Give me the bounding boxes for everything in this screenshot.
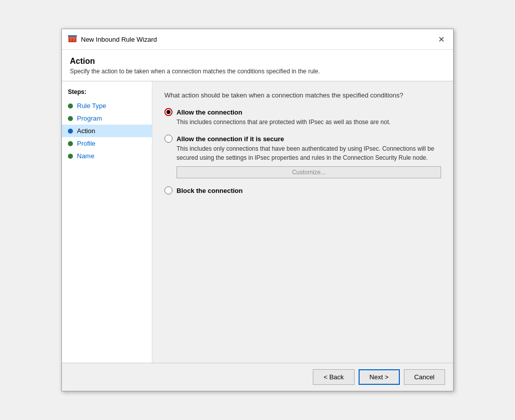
- option-block: Block the connection: [164, 186, 441, 194]
- sidebar-link-name[interactable]: Name: [77, 152, 95, 160]
- option-allow-secure-title: Allow the connection if it is secure: [177, 135, 284, 143]
- option-allow-desc: This includes connections that are prote…: [177, 118, 441, 127]
- step-dot-rule-type: [68, 103, 73, 109]
- title-bar-left: New Inbound Rule Wizard: [68, 35, 157, 44]
- option-allow-row: Allow the connection: [164, 108, 441, 116]
- sidebar-item-profile[interactable]: Profile: [62, 137, 152, 150]
- option-allow-secure: Allow the connection if it is secure Thi…: [164, 135, 441, 178]
- option-block-radio[interactable]: [164, 186, 173, 194]
- step-dot-action: [68, 129, 73, 134]
- sidebar-label-action: Action: [77, 127, 95, 135]
- step-dot-profile: [68, 141, 73, 146]
- option-allow: Allow the connection This includes conne…: [164, 108, 441, 127]
- footer: < Back Next > Cancel: [62, 363, 453, 391]
- sidebar-item-program[interactable]: Program: [62, 112, 152, 125]
- option-allow-title: Allow the connection: [177, 109, 242, 116]
- step-dot-name: [68, 154, 73, 159]
- main-content: What action should be taken when a conne…: [152, 81, 453, 363]
- option-allow-radio-wrapper[interactable]: [164, 108, 173, 116]
- option-allow-secure-desc: This includes only connections that have…: [177, 144, 441, 162]
- header-section: Action Specify the action to be taken wh…: [62, 50, 453, 81]
- cancel-button[interactable]: Cancel: [404, 369, 445, 385]
- sidebar-title: Steps:: [62, 88, 152, 99]
- question-text: What action should be taken when a conne…: [164, 91, 441, 99]
- sidebar-item-rule-type[interactable]: Rule Type: [62, 99, 152, 112]
- sidebar-link-program[interactable]: Program: [77, 115, 102, 122]
- sidebar-link-rule-type[interactable]: Rule Type: [77, 102, 106, 110]
- option-allow-secure-radio[interactable]: [164, 135, 173, 143]
- wizard-window: New Inbound Rule Wizard ✕ Action Specify…: [61, 29, 454, 391]
- sidebar: Steps: Rule Type Program Action Profile …: [62, 81, 152, 363]
- window-title: New Inbound Rule Wizard: [81, 36, 157, 43]
- option-allow-secure-row: Allow the connection if it is secure: [164, 135, 441, 143]
- sidebar-link-profile[interactable]: Profile: [77, 140, 96, 147]
- step-dot-program: [68, 116, 73, 121]
- svg-rect-3: [69, 37, 75, 39]
- page-title: Action: [70, 57, 445, 66]
- option-block-row: Block the connection: [164, 186, 441, 194]
- option-allow-radio[interactable]: [164, 108, 173, 116]
- content-area: Steps: Rule Type Program Action Profile …: [62, 81, 453, 363]
- next-button[interactable]: Next >: [359, 369, 400, 385]
- sidebar-item-name[interactable]: Name: [62, 150, 152, 162]
- page-description: Specify the action to be taken when a co…: [70, 68, 445, 75]
- title-bar: New Inbound Rule Wizard ✕: [62, 29, 453, 50]
- back-button[interactable]: < Back: [313, 369, 354, 385]
- sidebar-item-action[interactable]: Action: [62, 125, 152, 137]
- radio-group: Allow the connection This includes conne…: [164, 108, 441, 194]
- window-icon: [68, 35, 77, 44]
- close-button[interactable]: ✕: [435, 33, 447, 45]
- option-block-title: Block the connection: [177, 187, 242, 194]
- customize-button[interactable]: Customize...: [177, 166, 441, 178]
- svg-rect-4: [68, 35, 77, 37]
